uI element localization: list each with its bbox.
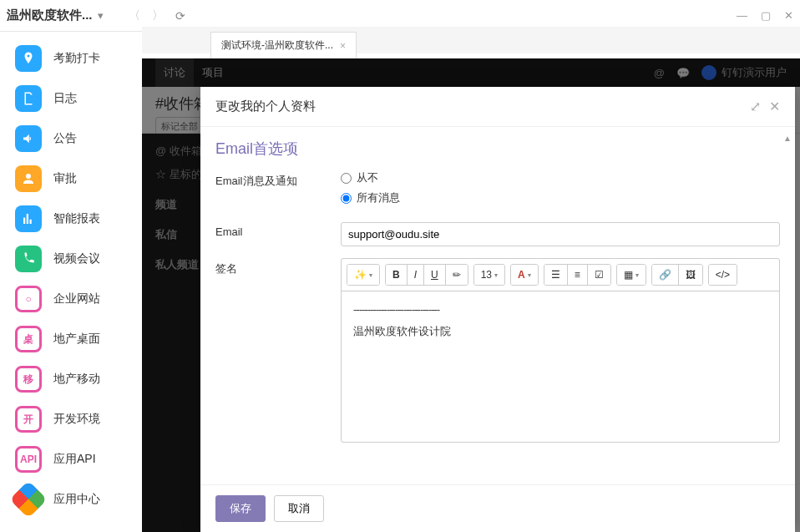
section-email-prefs: Email首选项 — [215, 139, 780, 159]
browser-tab[interactable]: 测试环境-温州欧度软件... × — [210, 32, 357, 58]
sidebar-item-dev[interactable]: 开 开发环境 — [0, 399, 142, 439]
sidebar-item-website[interactable]: ○ 企业网站 — [0, 279, 142, 319]
rte-ol-button[interactable]: ≡ — [568, 265, 588, 285]
sidebar-item-label: 视频会议 — [53, 251, 100, 266]
title-dropdown-icon[interactable]: ▾ — [98, 9, 104, 22]
left-sidebar: 考勤打卡 日志 公告 审批 智能报表 视频会议 ○ 企业网站 桌 地产桌面 — [0, 32, 142, 532]
modal-header: 更改我的个人资料 ⤢ ✕ — [200, 87, 795, 127]
sidebar-item-label: 企业网站 — [53, 291, 100, 307]
signature-divider: ------------------------------- — [353, 303, 767, 316]
app-title: 温州欧度软件... — [7, 8, 93, 23]
rte-italic-button[interactable]: I — [408, 265, 424, 285]
sidebar-item-label: 开发环境 — [53, 412, 100, 427]
sidebar-item-label: 应用中心 — [53, 492, 100, 507]
rte-checklist-button[interactable]: ☑ — [588, 265, 610, 285]
ring-api-icon: API — [15, 446, 42, 473]
rte-fontsize-button[interactable]: 13▾ — [474, 265, 504, 285]
profile-modal: 更改我的个人资料 ⤢ ✕ ▲ Email首选项 Email消息及通知 从不 — [200, 87, 795, 532]
sidebar-item-api[interactable]: API 应用API — [0, 439, 142, 479]
sidebar-item-announce[interactable]: 公告 — [0, 119, 142, 159]
refresh-icon[interactable]: ⟳ — [175, 9, 185, 23]
sidebar-item-log[interactable]: 日志 — [0, 79, 142, 119]
modal-title: 更改我的个人资料 — [215, 99, 750, 114]
rte-ul-button[interactable]: ☰ — [544, 265, 568, 285]
rte-color-button[interactable]: A▾ — [511, 265, 538, 285]
save-button[interactable]: 保存 — [215, 495, 266, 522]
phone-icon — [15, 246, 42, 272]
maximize-icon[interactable]: ▢ — [761, 9, 771, 22]
label-email: Email — [215, 222, 341, 246]
rte-magic-button[interactable]: ✨▾ — [347, 265, 379, 285]
tab-title: 测试环境-温州欧度软件... — [221, 38, 333, 53]
close-window-icon[interactable]: ✕ — [784, 9, 793, 22]
sidebar-item-attendance[interactable]: 考勤打卡 — [0, 38, 142, 79]
sidebar-item-approval[interactable]: 审批 — [0, 159, 142, 199]
signature-text: 温州欧度软件设计院 — [353, 324, 767, 339]
rte-code-button[interactable]: </> — [709, 265, 737, 285]
expand-icon[interactable]: ⤢ — [750, 99, 761, 114]
close-icon[interactable]: ✕ — [769, 99, 780, 114]
sidebar-item-appcenter[interactable]: 应用中心 — [0, 479, 142, 519]
rte-image-button[interactable]: 🖼 — [679, 265, 702, 285]
radio-never-input[interactable] — [341, 173, 352, 184]
cancel-button[interactable]: 取消 — [274, 495, 324, 522]
radio-all-input[interactable] — [341, 193, 352, 204]
sidebar-item-desktop[interactable]: 桌 地产桌面 — [0, 319, 142, 359]
appcenter-icon — [9, 480, 47, 518]
ring-mobile-icon: 移 — [15, 366, 42, 393]
sidebar-item-label: 日志 — [53, 91, 77, 106]
sidebar-item-label: 考勤打卡 — [53, 51, 100, 66]
nav-arrows: 〈 〉 — [129, 8, 164, 23]
doc-icon — [15, 85, 42, 112]
modal-body: ▲ Email首选项 Email消息及通知 从不 所有消息 — [200, 127, 795, 484]
ring-dev-icon: 开 — [15, 406, 42, 433]
sidebar-item-label: 公告 — [53, 131, 77, 146]
rte-underline-button[interactable]: U — [424, 265, 446, 285]
radio-all[interactable]: 所有消息 — [341, 190, 780, 205]
ring-desktop-icon: 桌 — [15, 326, 42, 352]
ring-icon: ○ — [15, 286, 42, 312]
scroll-up-icon[interactable]: ▲ — [783, 134, 792, 143]
rte-erase-button[interactable]: ✏ — [446, 265, 468, 285]
sidebar-item-mobile[interactable]: 移 地产移动 — [0, 359, 142, 399]
rich-text-editor: ✨▾ B I U ✏ 13▾ — [341, 258, 780, 443]
tab-close-icon[interactable]: × — [340, 40, 346, 52]
rte-table-button[interactable]: ▦▾ — [617, 265, 646, 285]
rte-bold-button[interactable]: B — [386, 265, 408, 285]
rte-content[interactable]: ------------------------------- 温州欧度软件设计… — [342, 291, 779, 442]
pin-icon — [15, 45, 42, 72]
window-controls: — ▢ ✕ — [737, 9, 793, 22]
label-notify: Email消息及通知 — [215, 170, 341, 210]
sidebar-item-label: 审批 — [53, 171, 77, 186]
sidebar-item-label: 地产桌面 — [53, 332, 100, 347]
horn-icon — [15, 125, 42, 152]
sidebar-item-report[interactable]: 智能报表 — [0, 199, 142, 239]
forward-icon[interactable]: 〉 — [152, 8, 164, 23]
sidebar-item-label: 应用API — [53, 452, 96, 467]
sidebar-item-label: 地产移动 — [53, 372, 100, 387]
email-input[interactable] — [341, 222, 780, 246]
back-icon[interactable]: 〈 — [129, 8, 140, 23]
user-icon — [15, 165, 42, 192]
rte-link-button[interactable]: 🔗 — [652, 265, 679, 285]
chart-icon — [15, 205, 42, 232]
modal-footer: 保存 取消 — [200, 484, 795, 532]
sidebar-item-label: 智能报表 — [53, 211, 100, 226]
label-sign: 签名 — [215, 258, 341, 443]
minimize-icon[interactable]: — — [737, 9, 747, 22]
sidebar-item-video[interactable]: 视频会议 — [0, 239, 142, 279]
content-area: 测试环境-温州欧度软件... × 讨论 项目 @ 💬 钉钉演示用户 #收件箱 标… — [142, 32, 800, 532]
rte-toolbar: ✨▾ B I U ✏ 13▾ — [342, 259, 779, 291]
radio-never[interactable]: 从不 — [341, 170, 780, 185]
